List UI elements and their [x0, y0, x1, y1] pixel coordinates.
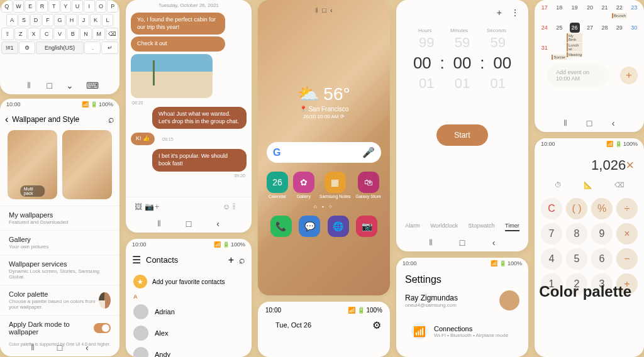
calendar-day[interactable] [597, 40, 612, 60]
calendar-day[interactable] [582, 40, 597, 60]
calc-key-8[interactable]: 8 [566, 223, 587, 244]
calc-key-9[interactable]: 9 [591, 223, 613, 244]
calendar-day[interactable]: 20 [582, 0, 597, 20]
back-icon[interactable]: ⌄ [65, 80, 74, 91]
key-r[interactable]: R [36, 0, 48, 13]
search-icon[interactable]: ⌕ [108, 114, 114, 125]
key-z[interactable]: Z [14, 28, 27, 40]
tab-timer[interactable]: Timer [505, 222, 519, 231]
contact-item[interactable]: Alex [126, 322, 252, 344]
calendar-day[interactable]: 31 [537, 40, 552, 60]
key-b[interactable]: B [67, 28, 79, 40]
search-icon[interactable]: ⌕ [239, 255, 245, 266]
key-k[interactable]: K [90, 14, 101, 26]
mic-icon[interactable]: 🎤 [362, 146, 375, 158]
message-in[interactable]: Whoa! Just what we wanted. Let's drop th… [152, 107, 247, 129]
calendar-day[interactable] [627, 40, 641, 60]
key-.[interactable]: . [84, 41, 101, 54]
tab-stopwatch[interactable]: Stopwatch [469, 222, 495, 231]
my-wallpapers-item[interactable]: My wallpapersFeatured and Downloaded [0, 206, 119, 230]
key-v[interactable]: V [53, 28, 66, 40]
calc-key-7[interactable]: 7 [541, 223, 562, 244]
message-out[interactable]: Yo, I found the perfect cabin for our tr… [131, 13, 225, 35]
dock-app[interactable]: 📷 [356, 216, 377, 237]
calendar-day[interactable]: 25 [552, 20, 566, 40]
dock-app[interactable]: 🌐 [328, 216, 349, 237]
ruler-icon[interactable]: 📐 [584, 181, 592, 189]
calendar-day[interactable]: 27 [582, 20, 597, 40]
key-h[interactable]: H [66, 14, 77, 26]
back-icon[interactable]: ‹ [5, 114, 8, 125]
dock-app[interactable]: 📞 [270, 216, 292, 237]
calendar-day[interactable]: 17 [537, 0, 552, 20]
tab-worldclock[interactable]: Worldclock [430, 222, 458, 231]
app-gallery[interactable]: ✿Gallery [293, 172, 314, 199]
calc-key-C[interactable]: C [541, 198, 562, 219]
color-palette-item[interactable]: Color paletteChoose a palette based on c… [0, 285, 119, 315]
key-⚙[interactable]: ⚙ [19, 41, 36, 54]
calendar-day[interactable]: 30 [627, 20, 641, 40]
message-image[interactable] [131, 54, 213, 98]
calendar-day[interactable]: 19 [567, 0, 582, 20]
google-search-bar[interactable]: G 🎤 [267, 142, 381, 163]
recent-icon[interactable]: ⦀ [25, 80, 33, 91]
history-icon[interactable]: ⏱ [555, 181, 562, 189]
wallpaper-services-item[interactable]: Wallpaper servicesDynamic Lock screen, S… [0, 255, 119, 285]
add-icon[interactable]: + [497, 8, 502, 18]
key-g[interactable]: G [54, 14, 65, 26]
key-e[interactable]: E [25, 0, 36, 13]
darkmode-toggle-row[interactable]: Apply Dark mode to wallpaper [0, 315, 119, 341]
image-icon[interactable]: 🖼 [135, 202, 145, 212]
add-event-button[interactable]: + [620, 67, 638, 84]
app-galaxy-store[interactable]: 🛍Galaxy Store [356, 172, 381, 199]
key-n[interactable]: N [80, 28, 92, 40]
key-i[interactable]: I [84, 0, 95, 13]
tab-alarm[interactable]: Alarm [405, 222, 420, 231]
key-o[interactable]: O [96, 0, 107, 13]
calendar-day[interactable]: 18 [552, 0, 566, 20]
key-⌫[interactable]: ⌫ [106, 28, 118, 40]
camera-icon[interactable]: 📷 [145, 202, 155, 212]
calendar-day[interactable]: 21 [597, 0, 612, 20]
key-english(us)[interactable]: English(US) [36, 41, 84, 54]
dock-app[interactable]: 💬 [299, 216, 320, 237]
key-m[interactable]: M [92, 28, 105, 40]
key-t[interactable]: T [48, 0, 60, 13]
page-indicator[interactable]: ⌂ • ○ [258, 201, 390, 212]
key-u[interactable]: U [72, 0, 83, 13]
keyboard-icon[interactable]: ⌨ [86, 80, 95, 91]
menu-icon[interactable]: ☰ [132, 254, 141, 266]
key-d[interactable]: D [30, 14, 42, 26]
message-in[interactable]: I bet it's popular. We should book fast! [152, 149, 247, 171]
more-icon[interactable]: ⋮ [511, 8, 519, 18]
calc-key-6[interactable]: 6 [591, 248, 613, 270]
key-y[interactable]: Y [60, 0, 72, 13]
key-j[interactable]: J [78, 14, 89, 26]
account-row[interactable]: Ray Zigmundasoneui4@samsung.com [396, 287, 528, 314]
emoji-icon[interactable]: ☺ [223, 202, 233, 212]
calc-key-÷[interactable]: ÷ [616, 198, 638, 219]
toggle-switch[interactable] [94, 323, 111, 333]
calc-key-5[interactable]: 5 [566, 248, 587, 270]
calendar-day[interactable]: 22Brunch [612, 0, 626, 20]
calc-key-( )[interactable]: ( ) [566, 198, 587, 219]
calendar-day[interactable]: 29 [612, 20, 626, 40]
key-!#1[interactable]: !#1 [1, 41, 18, 54]
timer-picker-next[interactable]: 010101 [396, 74, 528, 93]
contact-item[interactable]: Andy [126, 344, 252, 357]
start-button[interactable]: Start [436, 124, 487, 146]
plus-icon[interactable]: + [155, 202, 165, 212]
key-l[interactable]: L [102, 14, 113, 26]
calc-key-−[interactable]: − [616, 248, 638, 270]
calc-key-×[interactable]: × [616, 223, 638, 244]
key-q[interactable]: Q [1, 0, 13, 13]
timer-picker-prev[interactable]: 995959 [396, 33, 528, 52]
key-s[interactable]: S [18, 14, 30, 26]
key-⇧[interactable]: ⇧ [1, 28, 14, 40]
calendar-day[interactable]: Soccer [552, 40, 566, 60]
calendar-day[interactable]: 28 [597, 20, 612, 40]
gallery-item[interactable]: GalleryYour own pictures [0, 230, 119, 255]
settings-icon[interactable]: ⚙ [372, 319, 381, 331]
timer-picker-current[interactable]: 00:00:00 [396, 52, 528, 74]
key-w[interactable]: W [13, 0, 25, 13]
